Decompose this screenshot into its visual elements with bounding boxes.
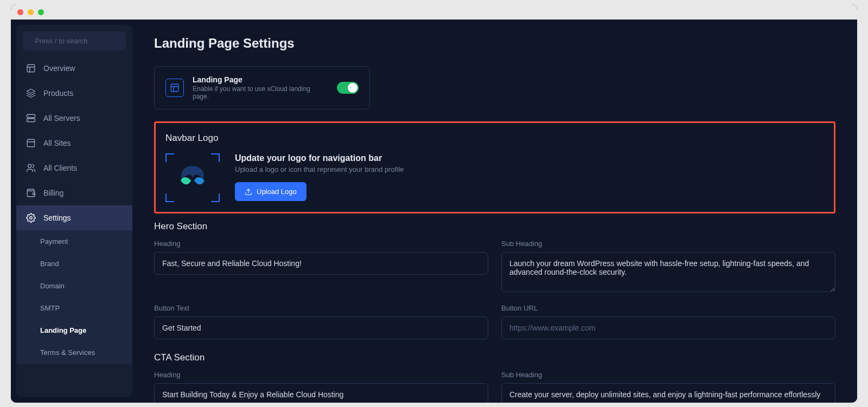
search-box[interactable] [23, 31, 126, 50]
hero-heading-label: Heading [154, 240, 488, 248]
landing-page-toggle-card: Landing Page Enable if you want to use x… [154, 66, 370, 109]
maximize-window-button[interactable] [38, 9, 44, 15]
sidebar-item-label: Billing [43, 189, 63, 197]
hero-button-url-label: Button URL [501, 304, 835, 312]
subnav-item-smtp[interactable]: SMTP [16, 297, 132, 319]
upload-icon [245, 188, 252, 196]
hero-button-text-input[interactable] [154, 316, 488, 339]
page-title: Landing Page Settings [154, 36, 835, 51]
hero-heading-input[interactable] [154, 252, 488, 275]
sidebar-item-all-clients[interactable]: All Clients [16, 156, 132, 180]
cta-section-title: CTA Section [154, 352, 835, 363]
sidebar-item-label: Settings [43, 214, 71, 222]
layout-icon [26, 63, 36, 73]
hero-section-title: Hero Section [154, 221, 835, 232]
hero-subheading-label: Sub Heading [501, 240, 835, 248]
landing-page-toggle[interactable] [337, 82, 359, 94]
upload-logo-button[interactable]: Upload Logo [235, 182, 307, 201]
settings-subnav: Payment Brand Domain SMTP Landing Page T… [16, 230, 132, 364]
sidebar-item-label: Overview [43, 64, 75, 73]
toggle-desc: Enable if you want to use xCloud landing… [193, 85, 328, 100]
sidebar-item-billing[interactable]: Billing [16, 180, 132, 205]
search-input[interactable] [35, 37, 126, 45]
logo-preview-icon [175, 164, 210, 191]
panel-icon [26, 138, 36, 148]
svg-rect-4 [27, 139, 35, 147]
svg-rect-3 [27, 119, 35, 122]
cta-subheading-label: Sub Heading [501, 371, 835, 379]
subnav-item-payment[interactable]: Payment [16, 230, 132, 253]
wallet-icon [26, 188, 36, 198]
close-window-button[interactable] [17, 9, 23, 15]
main-content: Landing Page Settings Landing Page Enabl… [132, 20, 857, 403]
sidebar-item-label: All Servers [43, 114, 80, 122]
subnav-item-landing-page[interactable]: Landing Page [16, 319, 132, 341]
sidebar-item-all-sites[interactable]: All Sites [16, 131, 132, 156]
cta-subheading-textarea[interactable] [501, 383, 835, 403]
sidebar-item-products[interactable]: Products [16, 81, 132, 106]
window-titlebar [11, 4, 857, 20]
subnav-item-terms[interactable]: Terms & Services [16, 341, 132, 364]
minimize-window-button[interactable] [28, 9, 34, 15]
sidebar-item-all-servers[interactable]: All Servers [16, 106, 132, 131]
hero-button-url-input[interactable] [501, 316, 835, 339]
svg-rect-7 [171, 84, 178, 92]
svg-point-6 [30, 217, 33, 219]
svg-rect-1 [27, 64, 35, 72]
layers-icon [26, 88, 36, 98]
panel-icon [165, 79, 184, 97]
logo-title: Update your logo for navigation bar [235, 153, 404, 163]
toggle-title: Landing Page [193, 75, 328, 84]
svg-rect-2 [27, 114, 35, 118]
svg-point-5 [28, 164, 31, 167]
upload-logo-button-label: Upload Logo [257, 188, 297, 196]
sidebar-item-overview[interactable]: Overview [16, 56, 132, 81]
sidebar-item-label: All Clients [43, 164, 77, 172]
logo-preview-frame [165, 153, 220, 202]
subnav-item-domain[interactable]: Domain [16, 275, 132, 297]
logo-desc: Upload a logo or icon that represent you… [235, 165, 404, 173]
server-icon [26, 113, 36, 123]
hero-subheading-textarea[interactable] [501, 252, 835, 292]
gear-icon [26, 213, 36, 223]
hero-button-text-label: Button Text [154, 304, 488, 312]
subnav-item-brand[interactable]: Brand [16, 253, 132, 275]
users-icon [26, 163, 36, 173]
sidebar-item-settings[interactable]: Settings [16, 205, 132, 230]
sidebar-item-label: Products [43, 89, 73, 98]
navbar-logo-highlight: Navbar Logo Update your logo for navigat… [154, 121, 835, 214]
sidebar: Overview Products All Servers All Sites … [16, 25, 132, 397]
cta-heading-input[interactable] [154, 383, 488, 403]
navbar-logo-section-title: Navbar Logo [165, 133, 824, 144]
sidebar-item-label: All Sites [43, 139, 71, 147]
cta-heading-label: Heading [154, 371, 488, 379]
